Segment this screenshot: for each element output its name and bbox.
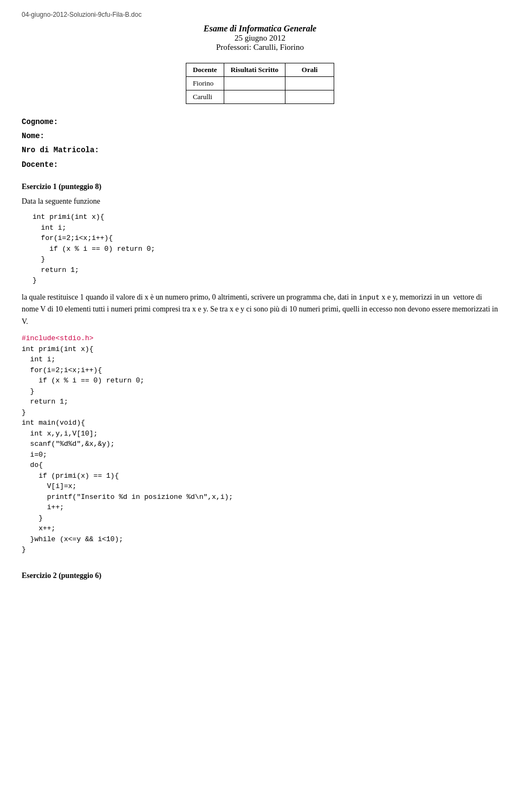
exam-date: 25 giugno 2012 — [22, 34, 498, 43]
cell-docente-2: Carulli — [186, 90, 224, 104]
exercise-2-title: Esercizio 2 (punteggio 6) — [22, 571, 498, 580]
docente-field: Docente: — [22, 158, 498, 172]
exercise-2: Esercizio 2 (punteggio 6) — [22, 571, 498, 580]
cell-docente-1: Fiorino — [186, 77, 224, 90]
solution-code-block: #include<stdio.h> int primi(int x){ int … — [22, 333, 498, 555]
cell-orali-1 — [285, 77, 334, 90]
matricola-field: Nro di Matricola: — [22, 143, 498, 157]
document-container: 04-giugno-2012-Soluzioni-9cfu-Fila-B.doc… — [22, 11, 498, 580]
col-docente: Docente — [186, 63, 224, 77]
main-title: Esame di Informatica Generale — [22, 24, 498, 34]
cell-scritto-2 — [224, 90, 285, 104]
col-orali: Orali — [285, 63, 334, 77]
col-risultati: Risultati Scritto — [224, 63, 285, 77]
table-row: Carulli — [186, 90, 334, 104]
exercise-1-explanation: la quale restituisce 1 quando il valore … — [22, 291, 498, 328]
nome-field: Nome: — [22, 129, 498, 143]
exercise-1-desc: Data la seguente funzione — [22, 196, 498, 207]
exercise-1: Esercizio 1 (punteggio 8) Data la seguen… — [22, 183, 498, 555]
cell-scritto-1 — [224, 77, 285, 90]
table-row: Fiorino — [186, 77, 334, 90]
professors-line: Professori: Carulli, Fiorino — [22, 43, 498, 52]
filename: 04-giugno-2012-Soluzioni-9cfu-Fila-B.doc — [22, 11, 141, 18]
doc-title-bar: 04-giugno-2012-Soluzioni-9cfu-Fila-B.doc — [22, 11, 498, 18]
student-info: Cognome: Nome: Nro di Matricola: Docente… — [22, 115, 498, 172]
header-section: Esame di Informatica Generale 25 giugno … — [22, 24, 498, 52]
exercise-1-title: Esercizio 1 (punteggio 8) — [22, 183, 498, 191]
cognome-field: Cognome: — [22, 115, 498, 129]
cell-orali-2 — [285, 90, 334, 104]
professor-table: Docente Risultati Scritto Orali Fiorino … — [186, 63, 334, 104]
given-code-block: int primi(int x){ int i; for(i=2;i<x;i++… — [32, 212, 498, 286]
